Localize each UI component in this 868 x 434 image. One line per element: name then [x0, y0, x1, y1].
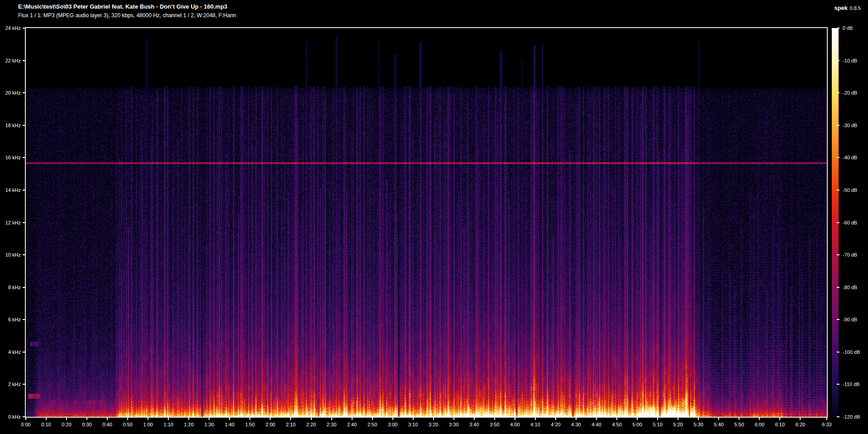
time-tick-mark — [453, 418, 454, 420]
time-tick-mark — [637, 418, 638, 420]
freq-tick-label: 2 kHz — [3, 382, 21, 387]
db-tick-label: -100 dB — [843, 349, 860, 355]
time-tick-mark — [494, 418, 495, 420]
db-tick-label: 0 dB — [843, 25, 853, 31]
time-tick-mark — [826, 418, 827, 420]
time-tick-label: 6:33 — [822, 422, 831, 427]
time-tick-mark — [800, 418, 801, 420]
time-tick-label: 0:50 — [123, 422, 132, 427]
time-tick-mark — [127, 418, 128, 420]
freq-tick-label: 18 kHz — [3, 123, 21, 128]
time-tick-label: 1:50 — [245, 422, 255, 427]
time-tick-label: 1:40 — [225, 422, 234, 427]
app-name: spek — [834, 5, 848, 11]
time-tick-label: 5:30 — [694, 422, 703, 427]
time-tick-mark — [168, 418, 169, 420]
time-tick-label: 4:00 — [510, 422, 520, 427]
time-tick-mark — [535, 418, 536, 420]
db-tick-mark — [837, 92, 839, 93]
time-tick-label: 0:30 — [82, 422, 91, 427]
time-tick-label: 1:20 — [184, 422, 194, 427]
time-tick-mark — [718, 418, 719, 420]
time-tick-mark — [555, 418, 556, 420]
freq-tick-label: 14 kHz — [3, 187, 21, 193]
file-path: E:\Music\test\So\03 Peter Gabriel feat. … — [18, 3, 227, 10]
app-version-number: 0.8.5 — [850, 5, 861, 11]
db-tick-mark — [837, 352, 839, 353]
time-tick-mark — [209, 418, 210, 420]
db-tick-label: -50 dB — [843, 187, 857, 193]
time-tick-label: 1:00 — [143, 422, 153, 427]
time-tick-label: 6:20 — [796, 422, 805, 427]
time-tick-label: 4:40 — [591, 422, 601, 427]
time-tick-mark — [148, 418, 148, 420]
db-tick-mark — [837, 222, 839, 223]
time-tick-mark — [25, 418, 26, 420]
time-tick-label: 5:50 — [734, 422, 744, 427]
time-tick-label: 1:10 — [164, 422, 173, 427]
time-tick-label: 5:40 — [714, 422, 724, 427]
time-tick-mark — [331, 418, 332, 420]
time-tick-mark — [739, 418, 739, 420]
db-tick-label: -70 dB — [843, 252, 857, 258]
db-tick-mark — [837, 319, 839, 320]
time-tick-mark — [107, 418, 108, 420]
freq-tick-label: 20 kHz — [3, 90, 21, 95]
time-tick-label: 0:10 — [41, 422, 51, 427]
time-tick-mark — [270, 418, 271, 420]
db-tick-label: -40 dB — [843, 155, 857, 160]
db-tick-mark — [837, 157, 839, 158]
time-tick-label: 1:30 — [205, 422, 214, 427]
time-tick-mark — [596, 418, 597, 420]
time-tick-label: 3:10 — [408, 422, 418, 427]
db-tick-mark — [837, 254, 839, 255]
time-tick-mark — [290, 418, 291, 420]
time-tick-mark — [657, 418, 658, 420]
freq-tick-label: 12 kHz — [3, 220, 21, 225]
freq-tick-label: 4 kHz — [3, 349, 21, 355]
db-tick-mark — [837, 28, 839, 29]
time-tick-mark — [352, 418, 353, 420]
time-tick-label: 3:30 — [449, 422, 458, 427]
time-tick-label: 2:50 — [367, 422, 377, 427]
db-tick-mark — [837, 384, 839, 385]
spek-window: E:\Music\test\So\03 Peter Gabriel feat. … — [0, 0, 868, 434]
time-tick-label: 4:30 — [571, 422, 581, 427]
time-tick-label: 0:20 — [62, 422, 71, 427]
time-tick-label: 5:10 — [653, 422, 662, 427]
time-tick-mark — [698, 418, 699, 420]
freq-tick-label: 10 kHz — [3, 252, 21, 258]
time-tick-label: 0:40 — [102, 422, 112, 427]
time-tick-label: 5:20 — [673, 422, 683, 427]
time-tick-mark — [474, 418, 475, 420]
time-tick-label: 2:00 — [266, 422, 275, 427]
freq-tick-label: 16 kHz — [3, 155, 21, 160]
db-tick-mark — [837, 125, 839, 126]
freq-tick-label: 22 kHz — [3, 58, 21, 63]
time-tick-mark — [46, 418, 47, 420]
time-tick-label: 3:50 — [490, 422, 499, 427]
app-version: spek 0.8.5 — [834, 4, 861, 12]
spectrogram-canvas — [26, 28, 827, 417]
time-tick-label: 2:40 — [347, 422, 357, 427]
time-tick-mark — [779, 418, 780, 420]
time-tick-label: 3:40 — [469, 422, 479, 427]
time-tick-label: 4:20 — [551, 422, 560, 427]
time-tick-mark — [66, 418, 67, 420]
db-tick-label: -60 dB — [843, 220, 857, 225]
time-tick-mark — [759, 418, 760, 420]
freq-tick-label: 0 kHz — [3, 414, 21, 420]
db-tick-label: -30 dB — [843, 123, 857, 128]
time-tick-label: 6:00 — [755, 422, 764, 427]
time-tick-label: 2:30 — [327, 422, 336, 427]
db-tick-mark — [837, 416, 839, 417]
time-tick-label: 6:10 — [775, 422, 785, 427]
db-tick-label: -90 dB — [843, 317, 857, 322]
db-tick-mark — [837, 60, 839, 61]
time-tick-mark — [372, 418, 373, 420]
time-tick-label: 4:10 — [530, 422, 540, 427]
time-tick-label: 3:00 — [388, 422, 397, 427]
db-tick-label: -120 dB — [843, 414, 860, 420]
time-tick-mark — [576, 418, 577, 420]
time-tick-label: 3:20 — [429, 422, 438, 427]
